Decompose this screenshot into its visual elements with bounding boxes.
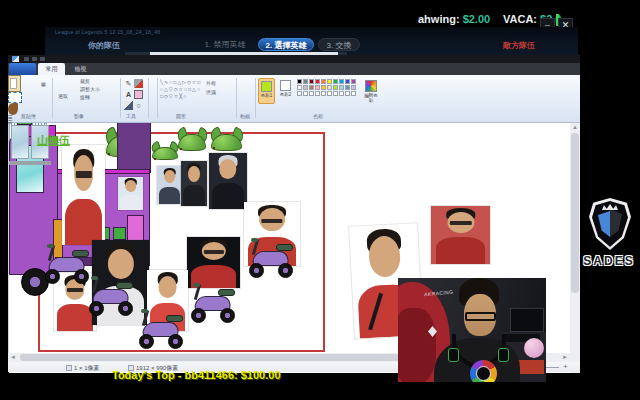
chair-brand-text: AKRACING xyxy=(424,289,454,298)
headphone-earcup xyxy=(448,348,459,362)
palette-color-swatch[interactable] xyxy=(339,85,344,90)
crop-button[interactable]: 裁剪 xyxy=(80,78,90,84)
shape-outline-button[interactable]: 外框 xyxy=(206,80,232,87)
player-photo xyxy=(118,177,143,210)
palette-empty-slot[interactable] xyxy=(297,91,302,96)
scooter-icon xyxy=(88,277,136,317)
tab-pick-champion[interactable]: 2. 選擇英雄 xyxy=(258,38,314,51)
scroll-up-icon[interactable]: ▲ xyxy=(570,124,580,130)
scroll-left-icon[interactable]: ◄ xyxy=(8,354,18,360)
fill-tool-icon[interactable] xyxy=(134,79,143,88)
color-palette xyxy=(297,79,359,99)
select-label: 選取 xyxy=(58,93,68,99)
player-photo xyxy=(431,206,490,264)
scroll-right-icon[interactable]: ► xyxy=(560,354,570,360)
color1-button[interactable]: 色彩1 xyxy=(258,78,275,104)
text-tool-icon[interactable]: A xyxy=(124,90,133,99)
donor-name: ahwing: xyxy=(418,13,460,25)
tab-view[interactable]: 檢視 xyxy=(67,63,94,75)
palette-color-swatch[interactable] xyxy=(339,79,344,84)
palette-empty-slot[interactable] xyxy=(345,91,350,96)
today-top-donor-text: Today's Top - bb411466: $100.00 xyxy=(112,369,281,381)
shape-fill-button[interactable]: 填滿 xyxy=(206,89,232,96)
palette-color-swatch[interactable] xyxy=(303,85,308,90)
edit-colors-label: 編輯色彩 xyxy=(364,93,378,103)
palette-color-swatch[interactable] xyxy=(297,85,302,90)
zoom-in-icon[interactable]: + xyxy=(563,362,568,371)
palette-color-swatch[interactable] xyxy=(297,79,302,84)
palette-color-swatch[interactable] xyxy=(309,85,314,90)
edit-colors-button[interactable]: 編輯色彩 xyxy=(363,79,379,105)
eraser-tool-icon[interactable] xyxy=(134,90,143,99)
player-photo xyxy=(181,161,207,206)
divider xyxy=(148,78,149,118)
palette-color-swatch[interactable] xyxy=(345,79,350,84)
palette-empty-slot[interactable] xyxy=(327,91,332,96)
palette-color-swatch[interactable] xyxy=(327,85,332,90)
scooter-icon xyxy=(44,245,92,285)
color-picker-tool-icon[interactable] xyxy=(124,101,133,110)
palette-color-swatch[interactable] xyxy=(315,79,320,84)
divider xyxy=(255,78,256,118)
resize-button[interactable]: 調整大小 xyxy=(80,86,100,92)
headphone-earcup xyxy=(498,348,509,362)
image-group-label: 影像 xyxy=(74,113,84,119)
clipboard-group-label: 剪貼簿 xyxy=(21,113,36,119)
palette-color-swatch[interactable] xyxy=(351,79,356,84)
color2-button[interactable]: 色彩2 xyxy=(277,78,294,104)
palette-color-swatch[interactable] xyxy=(321,79,326,84)
palette-empty-slot[interactable] xyxy=(321,91,326,96)
undo-icon[interactable] xyxy=(32,57,37,61)
ribbon-tab-row: 常用 檢視 xyxy=(8,63,580,75)
scooter-icon xyxy=(138,310,186,350)
paint-menu-button[interactable] xyxy=(9,63,36,75)
teemo-hat-icon xyxy=(178,131,206,160)
colors-group-label: 色彩 xyxy=(313,113,323,119)
palette-color-swatch[interactable] xyxy=(351,85,356,90)
red-box xyxy=(518,360,544,374)
palette-color-swatch[interactable] xyxy=(333,85,338,90)
horizontal-scroll-thumb[interactable] xyxy=(20,354,450,361)
palette-empty-slot[interactable] xyxy=(339,91,344,96)
pencil-tool-icon[interactable]: ✎ xyxy=(124,79,133,88)
streamer-glasses xyxy=(465,312,496,321)
shapes-group-label: 圖形 xyxy=(176,113,186,119)
redo-icon[interactable] xyxy=(40,57,45,61)
select-tool-icon[interactable] xyxy=(8,92,22,103)
color1-label: 色彩1 xyxy=(261,93,273,98)
rotate-button[interactable]: 旋轉 xyxy=(80,94,90,100)
shapes-grid[interactable]: ╲∿○□△▷◇☆□○△▽◇☆○□△○□◇▽☆╳○ xyxy=(160,79,204,101)
gaming-chair-inner xyxy=(398,308,436,384)
donation-entry: ahwing: $2.00 xyxy=(418,13,490,25)
palette-color-swatch[interactable] xyxy=(327,79,332,84)
divider xyxy=(236,78,237,118)
palette-empty-slot[interactable] xyxy=(315,91,320,96)
palette-color-swatch[interactable] xyxy=(303,79,308,84)
palette-color-swatch[interactable] xyxy=(333,79,338,84)
tab-ban-champion[interactable]: 1. 禁用英雄 xyxy=(196,38,254,51)
palette-empty-slot[interactable] xyxy=(333,91,338,96)
lol-client-window: League of Legends 5 12 15_08_24_18_48 你的… xyxy=(45,27,578,55)
palette-empty-slot[interactable] xyxy=(303,91,308,96)
selection-size-icon xyxy=(66,365,72,371)
tab-trade[interactable]: 3. 交換 xyxy=(318,38,360,51)
palette-color-swatch[interactable] xyxy=(309,79,314,84)
paint-titlebar[interactable] xyxy=(8,55,580,63)
palette-empty-slot[interactable] xyxy=(309,91,314,96)
palette-color-swatch[interactable] xyxy=(321,85,326,90)
magnifier-tool-icon[interactable]: ○ xyxy=(134,101,143,110)
palette-empty-slot[interactable] xyxy=(351,91,356,96)
color1-swatch xyxy=(261,81,272,92)
paste-icon[interactable] xyxy=(8,75,21,92)
selection-size-status: 1 × 1像素 xyxy=(66,364,100,373)
teemo-hat-icon xyxy=(152,145,178,167)
save-icon[interactable] xyxy=(24,57,29,61)
ribbon: ▦ 剪貼簿 選取 裁剪 調整大小 旋轉 影像 ✎ A ○ 工具 ╲∿○□△▷◇☆… xyxy=(8,75,580,123)
player-photo xyxy=(157,166,182,204)
tab-home[interactable]: 常用 xyxy=(38,63,65,75)
palette-color-swatch[interactable] xyxy=(345,85,350,90)
cut-copy-icons[interactable]: ▦ xyxy=(41,81,46,87)
palette-color-swatch[interactable] xyxy=(315,85,320,90)
scooter-icon xyxy=(248,239,296,279)
size-group-label: 粗細 xyxy=(240,113,250,119)
